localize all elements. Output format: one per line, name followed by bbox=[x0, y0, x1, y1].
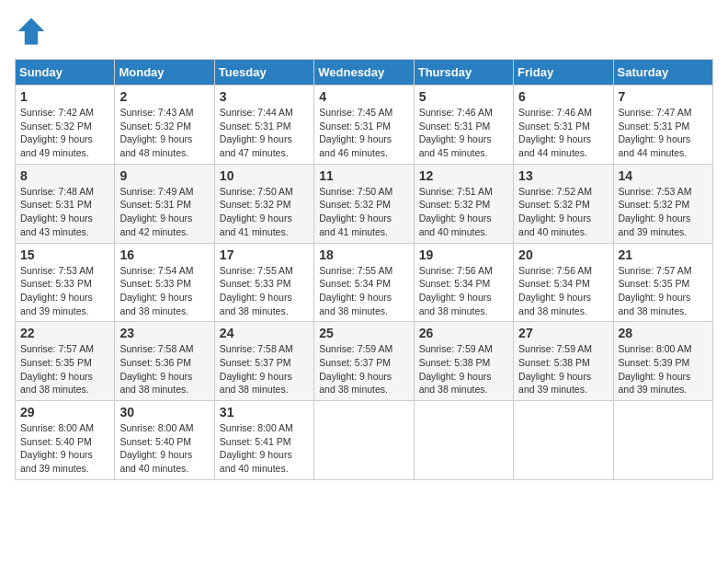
day-info: Sunrise: 7:44 AM Sunset: 5:31 PM Dayligh… bbox=[220, 106, 309, 160]
calendar-cell: 29 Sunrise: 8:00 AM Sunset: 5:40 PM Dayl… bbox=[16, 401, 115, 480]
calendar-header-row: SundayMondayTuesdayWednesdayThursdayFrid… bbox=[16, 60, 713, 86]
day-number: 6 bbox=[518, 89, 608, 104]
calendar-cell: 4 Sunrise: 7:45 AM Sunset: 5:31 PM Dayli… bbox=[314, 86, 414, 165]
day-info: Sunrise: 7:59 AM Sunset: 5:37 PM Dayligh… bbox=[319, 342, 408, 396]
day-number: 2 bbox=[119, 89, 209, 104]
day-number: 26 bbox=[419, 326, 508, 340]
day-info: Sunrise: 7:56 AM Sunset: 5:34 PM Dayligh… bbox=[518, 264, 608, 318]
column-header-wednesday: Wednesday bbox=[314, 60, 414, 86]
day-number: 25 bbox=[319, 326, 408, 340]
calendar-cell: 14 Sunrise: 7:53 AM Sunset: 5:32 PM Dayl… bbox=[613, 164, 712, 243]
logo bbox=[15, 15, 53, 48]
calendar-cell: 20 Sunrise: 7:56 AM Sunset: 5:34 PM Dayl… bbox=[514, 243, 613, 322]
day-number: 27 bbox=[518, 326, 608, 340]
calendar-cell: 3 Sunrise: 7:44 AM Sunset: 5:31 PM Dayli… bbox=[214, 86, 313, 165]
week-row-3: 15 Sunrise: 7:53 AM Sunset: 5:33 PM Dayl… bbox=[16, 243, 713, 322]
calendar-cell: 8 Sunrise: 7:48 AM Sunset: 5:31 PM Dayli… bbox=[16, 164, 115, 243]
calendar-cell: 11 Sunrise: 7:50 AM Sunset: 5:32 PM Dayl… bbox=[314, 164, 414, 243]
calendar-cell bbox=[414, 401, 513, 480]
day-info: Sunrise: 7:58 AM Sunset: 5:37 PM Dayligh… bbox=[220, 342, 309, 396]
calendar-cell: 19 Sunrise: 7:56 AM Sunset: 5:34 PM Dayl… bbox=[414, 243, 513, 322]
day-info: Sunrise: 8:00 AM Sunset: 5:40 PM Dayligh… bbox=[119, 421, 209, 476]
day-info: Sunrise: 8:00 AM Sunset: 5:41 PM Dayligh… bbox=[220, 421, 309, 476]
day-info: Sunrise: 7:42 AM Sunset: 5:32 PM Dayligh… bbox=[20, 106, 109, 160]
day-number: 3 bbox=[220, 89, 309, 104]
week-row-5: 29 Sunrise: 8:00 AM Sunset: 5:40 PM Dayl… bbox=[16, 401, 713, 480]
day-number: 11 bbox=[319, 168, 408, 183]
calendar-cell: 26 Sunrise: 7:59 AM Sunset: 5:38 PM Dayl… bbox=[414, 322, 513, 401]
calendar-cell: 16 Sunrise: 7:54 AM Sunset: 5:33 PM Dayl… bbox=[115, 243, 214, 322]
calendar-cell: 21 Sunrise: 7:57 AM Sunset: 5:35 PM Dayl… bbox=[613, 243, 712, 322]
day-number: 21 bbox=[619, 247, 708, 262]
day-number: 4 bbox=[319, 89, 408, 104]
day-number: 30 bbox=[119, 405, 209, 419]
day-info: Sunrise: 7:57 AM Sunset: 5:35 PM Dayligh… bbox=[619, 264, 708, 318]
day-info: Sunrise: 7:48 AM Sunset: 5:31 PM Dayligh… bbox=[20, 185, 109, 239]
calendar-cell: 15 Sunrise: 7:53 AM Sunset: 5:33 PM Dayl… bbox=[16, 243, 115, 322]
calendar-cell bbox=[613, 401, 712, 480]
column-header-thursday: Thursday bbox=[414, 60, 513, 86]
day-number: 7 bbox=[619, 89, 708, 104]
day-number: 8 bbox=[20, 168, 109, 183]
calendar-body: 1 Sunrise: 7:42 AM Sunset: 5:32 PM Dayli… bbox=[16, 86, 713, 480]
calendar-cell bbox=[514, 401, 613, 480]
week-row-2: 8 Sunrise: 7:48 AM Sunset: 5:31 PM Dayli… bbox=[16, 164, 713, 243]
day-info: Sunrise: 8:00 AM Sunset: 5:40 PM Dayligh… bbox=[20, 421, 109, 476]
calendar-cell: 17 Sunrise: 7:55 AM Sunset: 5:33 PM Dayl… bbox=[214, 243, 313, 322]
day-info: Sunrise: 7:55 AM Sunset: 5:34 PM Dayligh… bbox=[319, 264, 408, 318]
day-info: Sunrise: 7:45 AM Sunset: 5:31 PM Dayligh… bbox=[319, 106, 408, 160]
calendar-cell: 9 Sunrise: 7:49 AM Sunset: 5:31 PM Dayli… bbox=[115, 164, 214, 243]
day-number: 22 bbox=[20, 326, 109, 340]
day-info: Sunrise: 7:57 AM Sunset: 5:35 PM Dayligh… bbox=[20, 342, 109, 396]
column-header-saturday: Saturday bbox=[613, 60, 712, 86]
day-info: Sunrise: 7:43 AM Sunset: 5:32 PM Dayligh… bbox=[119, 106, 209, 160]
calendar-cell: 23 Sunrise: 7:58 AM Sunset: 5:36 PM Dayl… bbox=[115, 322, 214, 401]
calendar-cell: 12 Sunrise: 7:51 AM Sunset: 5:32 PM Dayl… bbox=[414, 164, 513, 243]
day-number: 19 bbox=[419, 247, 508, 262]
day-number: 23 bbox=[119, 326, 209, 340]
calendar-cell: 2 Sunrise: 7:43 AM Sunset: 5:32 PM Dayli… bbox=[115, 86, 214, 165]
svg-marker-0 bbox=[18, 18, 45, 45]
day-number: 16 bbox=[119, 247, 209, 262]
day-info: Sunrise: 7:53 AM Sunset: 5:33 PM Dayligh… bbox=[20, 264, 109, 318]
week-row-4: 22 Sunrise: 7:57 AM Sunset: 5:35 PM Dayl… bbox=[16, 322, 713, 401]
day-info: Sunrise: 7:49 AM Sunset: 5:31 PM Dayligh… bbox=[119, 185, 209, 239]
day-info: Sunrise: 7:56 AM Sunset: 5:34 PM Dayligh… bbox=[419, 264, 508, 318]
day-number: 9 bbox=[119, 168, 209, 183]
calendar-table: SundayMondayTuesdayWednesdayThursdayFrid… bbox=[15, 59, 713, 480]
calendar-cell: 7 Sunrise: 7:47 AM Sunset: 5:31 PM Dayli… bbox=[613, 86, 712, 165]
calendar-cell: 1 Sunrise: 7:42 AM Sunset: 5:32 PM Dayli… bbox=[16, 86, 115, 165]
day-info: Sunrise: 7:58 AM Sunset: 5:36 PM Dayligh… bbox=[119, 342, 209, 396]
column-header-tuesday: Tuesday bbox=[214, 60, 313, 86]
day-number: 14 bbox=[619, 168, 708, 183]
day-info: Sunrise: 7:59 AM Sunset: 5:38 PM Dayligh… bbox=[419, 342, 508, 396]
column-header-monday: Monday bbox=[115, 60, 214, 86]
logo-icon bbox=[15, 15, 48, 48]
day-info: Sunrise: 7:50 AM Sunset: 5:32 PM Dayligh… bbox=[220, 185, 309, 239]
day-number: 31 bbox=[220, 405, 309, 419]
day-info: Sunrise: 7:46 AM Sunset: 5:31 PM Dayligh… bbox=[419, 106, 508, 160]
calendar-cell bbox=[314, 401, 414, 480]
day-number: 20 bbox=[518, 247, 608, 262]
day-number: 10 bbox=[220, 168, 309, 183]
day-number: 18 bbox=[319, 247, 408, 262]
calendar-cell: 5 Sunrise: 7:46 AM Sunset: 5:31 PM Dayli… bbox=[414, 86, 513, 165]
week-row-1: 1 Sunrise: 7:42 AM Sunset: 5:32 PM Dayli… bbox=[16, 86, 713, 165]
day-info: Sunrise: 7:54 AM Sunset: 5:33 PM Dayligh… bbox=[119, 264, 209, 318]
calendar-cell: 28 Sunrise: 8:00 AM Sunset: 5:39 PM Dayl… bbox=[613, 322, 712, 401]
day-info: Sunrise: 7:52 AM Sunset: 5:32 PM Dayligh… bbox=[518, 185, 608, 239]
calendar-cell: 30 Sunrise: 8:00 AM Sunset: 5:40 PM Dayl… bbox=[115, 401, 214, 480]
day-number: 28 bbox=[619, 326, 708, 340]
day-info: Sunrise: 7:47 AM Sunset: 5:31 PM Dayligh… bbox=[619, 106, 708, 160]
column-header-friday: Friday bbox=[514, 60, 613, 86]
calendar-cell: 18 Sunrise: 7:55 AM Sunset: 5:34 PM Dayl… bbox=[314, 243, 414, 322]
day-info: Sunrise: 7:55 AM Sunset: 5:33 PM Dayligh… bbox=[220, 264, 309, 318]
day-number: 29 bbox=[20, 405, 109, 419]
calendar-cell: 6 Sunrise: 7:46 AM Sunset: 5:31 PM Dayli… bbox=[514, 86, 613, 165]
day-number: 13 bbox=[518, 168, 608, 183]
page-header bbox=[15, 15, 713, 48]
calendar-cell: 24 Sunrise: 7:58 AM Sunset: 5:37 PM Dayl… bbox=[214, 322, 313, 401]
calendar-cell: 13 Sunrise: 7:52 AM Sunset: 5:32 PM Dayl… bbox=[514, 164, 613, 243]
day-info: Sunrise: 7:50 AM Sunset: 5:32 PM Dayligh… bbox=[319, 185, 408, 239]
day-number: 1 bbox=[20, 89, 109, 104]
